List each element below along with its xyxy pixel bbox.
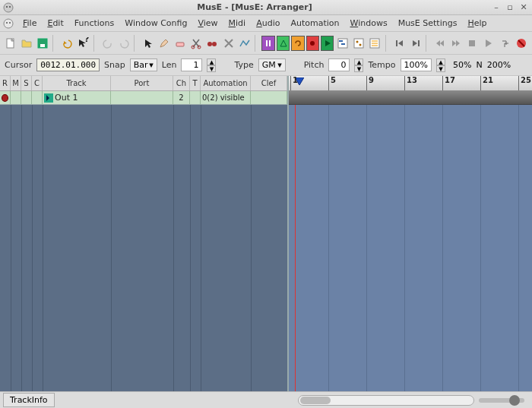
forward-end-icon[interactable]: [408, 35, 423, 52]
track-clef[interactable]: [251, 91, 287, 104]
zoom-50[interactable]: 50%: [453, 60, 471, 70]
menu-windows[interactable]: Windows: [346, 17, 392, 30]
panic-icon[interactable]: [515, 35, 529, 52]
transport-metronome-button[interactable]: [277, 36, 290, 51]
track-port[interactable]: [111, 91, 173, 104]
mute-tool-icon[interactable]: [221, 35, 236, 52]
transport-play-button[interactable]: [321, 36, 334, 51]
arranger-canvas[interactable]: [289, 105, 532, 391]
listedit-icon[interactable]: [368, 35, 382, 52]
th-s[interactable]: S: [21, 76, 32, 90]
svg-rect-10: [176, 43, 184, 46]
th-m[interactable]: M: [11, 76, 21, 90]
transport-loop-button[interactable]: [291, 36, 304, 51]
snap-dropdown[interactable]: Bar▾: [130, 59, 157, 71]
menu-audio[interactable]: Audio: [252, 17, 284, 30]
menu-edit[interactable]: Edit: [43, 17, 68, 30]
rec-enable-icon[interactable]: [2, 94, 8, 102]
playhead-line[interactable]: [295, 105, 296, 391]
svg-rect-19: [339, 40, 343, 42]
svg-point-22: [356, 40, 359, 43]
zoom-200[interactable]: 200%: [487, 60, 511, 70]
automation-tool-icon[interactable]: [237, 35, 252, 52]
tempo-value[interactable]: 100%: [401, 59, 432, 71]
close-button[interactable]: ✕: [518, 2, 529, 13]
len-down[interactable]: ▾: [207, 65, 216, 72]
th-ch[interactable]: Ch: [173, 76, 190, 90]
tempo-down[interactable]: ▾: [436, 65, 445, 72]
play-icon[interactable]: [481, 35, 496, 52]
pointer-tool-icon[interactable]: [141, 35, 156, 52]
n-label[interactable]: N: [476, 60, 482, 70]
menu-midi[interactable]: Midi: [224, 17, 251, 30]
menu-help[interactable]: Help: [463, 17, 491, 30]
svg-rect-25: [396, 40, 397, 46]
eraser-tool-icon[interactable]: [173, 35, 188, 52]
svg-rect-27: [469, 40, 475, 46]
pitch-label: Pitch: [304, 60, 325, 70]
undo-icon[interactable]: [60, 35, 74, 52]
track-row[interactable]: Out 1 2 0(2) visible: [0, 91, 287, 105]
th-t[interactable]: T: [190, 76, 201, 90]
output-track-icon: [44, 93, 53, 103]
new-file-icon[interactable]: [3, 35, 17, 52]
track-t[interactable]: [190, 91, 201, 104]
track-empty-area[interactable]: [0, 105, 287, 391]
menu-file[interactable]: File: [18, 17, 41, 30]
track-panel: R M S C Track Port Ch T Automation Clef …: [0, 76, 289, 391]
transport-record-button[interactable]: [306, 36, 319, 51]
len-value[interactable]: 1: [181, 59, 202, 71]
redo-disabled-icon[interactable]: [100, 35, 115, 52]
th-r[interactable]: R: [0, 76, 11, 90]
chevron-down-icon: ▾: [149, 60, 154, 70]
th-c[interactable]: C: [32, 76, 43, 90]
glue-tool-icon[interactable]: [205, 35, 220, 52]
th-automation[interactable]: Automation: [201, 76, 251, 90]
track-ch[interactable]: 2: [173, 91, 190, 104]
open-folder-icon[interactable]: [19, 35, 33, 52]
scrollbar-thumb[interactable]: [300, 397, 331, 404]
th-port[interactable]: Port: [111, 76, 173, 90]
menu-view[interactable]: View: [193, 17, 222, 30]
rewind-icon[interactable]: [432, 35, 447, 52]
help-pointer-icon[interactable]: ?: [76, 35, 90, 52]
transport-panic-button[interactable]: [261, 36, 274, 51]
ruler[interactable]: 1 5 9 13 17 21 25: [289, 76, 532, 91]
stop-icon[interactable]: [465, 35, 480, 52]
menu-window-config[interactable]: Window Config: [120, 17, 192, 30]
save-icon[interactable]: [35, 35, 49, 52]
pencil-tool-icon[interactable]: [157, 35, 172, 52]
fastforward-icon[interactable]: [449, 35, 464, 52]
pitch-value[interactable]: 0: [328, 59, 350, 71]
canvas-track-lane[interactable]: [289, 91, 532, 105]
trackinfo-button[interactable]: TrackInfo: [3, 393, 55, 407]
zoom-knob[interactable]: [509, 395, 520, 406]
menu-functions[interactable]: Functions: [70, 17, 119, 30]
type-dropdown[interactable]: GM▾: [258, 59, 286, 71]
th-clef[interactable]: Clef: [251, 76, 287, 90]
menu-automation[interactable]: Automation: [286, 17, 344, 30]
pianoroll-icon[interactable]: [335, 35, 350, 52]
pitch-down[interactable]: ▾: [354, 65, 363, 72]
maximize-button[interactable]: ▫: [505, 2, 515, 13]
tick: 13: [404, 76, 417, 90]
track-automation[interactable]: 0(2) visible: [201, 91, 251, 104]
drumedit-icon[interactable]: [351, 35, 366, 52]
h-scrollbar[interactable]: [298, 395, 474, 406]
timeline: 1 5 9 13 17 21 25: [289, 76, 532, 391]
app-icon: [3, 2, 14, 13]
overflow-icon[interactable]: [499, 35, 513, 52]
th-track[interactable]: Track: [43, 76, 111, 90]
undo2-disabled-icon[interactable]: [116, 35, 131, 52]
svg-rect-21: [354, 39, 363, 48]
cursor-value[interactable]: 0012.01.000: [36, 59, 100, 71]
svg-point-1: [6, 6, 8, 8]
control-bar: Cursor 0012.01.000 Snap Bar▾ Len 1 ▴▾ Ty…: [0, 55, 532, 76]
track-name[interactable]: Out 1: [55, 93, 78, 103]
cut-tool-icon[interactable]: [189, 35, 204, 52]
app-menu-icon[interactable]: [3, 18, 14, 29]
zoom-slider[interactable]: [479, 398, 524, 403]
minimize-button[interactable]: –: [491, 2, 502, 13]
menu-muse-settings[interactable]: MusE Settings: [394, 17, 462, 30]
rewind-start-icon[interactable]: [392, 35, 407, 52]
